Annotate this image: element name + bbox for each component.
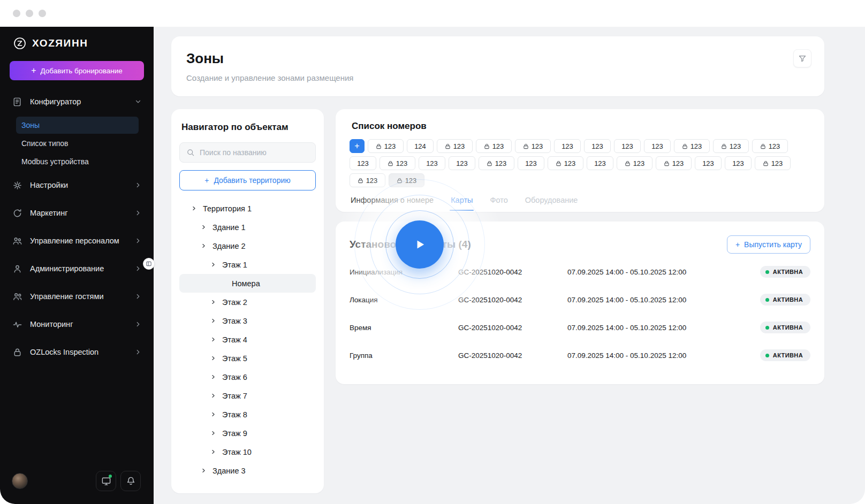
tree-item[interactable]: Этаж 2	[179, 293, 316, 311]
lock-icon	[388, 161, 393, 166]
room-chip[interactable]: 123	[584, 139, 611, 153]
room-chip[interactable]: 123	[713, 139, 749, 153]
add-territory-button[interactable]: + Добавить территорию	[179, 170, 316, 190]
tree-item[interactable]: Этаж 5	[179, 349, 316, 368]
tree-item[interactable]: Этаж 6	[179, 368, 316, 386]
search-field	[179, 142, 316, 163]
room-tab[interactable]: Информация о номере	[350, 196, 435, 211]
room-chip[interactable]: 123	[389, 173, 424, 187]
devices-button[interactable]	[96, 471, 116, 491]
room-chip[interactable]: 123	[350, 173, 385, 187]
sidebar-item[interactable]: Настройки	[0, 171, 154, 199]
collapse-sidebar-icon	[146, 261, 152, 267]
add-booking-button[interactable]: + Добавить бронирование	[10, 61, 144, 80]
room-chip-label: 123	[492, 142, 504, 150]
monitoring-icon	[12, 319, 22, 330]
guests-icon	[12, 291, 22, 302]
room-tab[interactable]: Карты	[450, 196, 474, 211]
status-badge: АКТИВНА	[760, 322, 810, 333]
chevron-right-icon	[134, 265, 142, 272]
tree-item-label: Территория 1	[203, 204, 252, 213]
sidebar-subitem[interactable]: Список типов	[16, 135, 139, 152]
tree-item[interactable]: Здание 1	[179, 218, 316, 236]
object-tree: Территория 1 Здание 1	[179, 199, 316, 480]
play-button[interactable]	[396, 220, 444, 269]
room-chip[interactable]: 123	[587, 156, 613, 170]
room-chip[interactable]: 123	[752, 139, 788, 153]
room-chip[interactable]: 123	[476, 139, 512, 153]
lock-icon	[376, 143, 382, 149]
room-chip[interactable]: 123	[755, 156, 791, 170]
status-dot-icon	[765, 270, 769, 274]
sidebar-item-configurator[interactable]: Конфигуратор	[0, 88, 154, 116]
room-chip[interactable]: 123	[518, 156, 544, 170]
sidebar-item[interactable]: OZLocks Inspection	[0, 338, 154, 366]
room-tab[interactable]: Фото	[489, 196, 509, 211]
window-control-close[interactable]	[13, 10, 20, 17]
room-chip[interactable]: 123	[368, 139, 404, 153]
room-chip[interactable]: 123	[644, 139, 671, 153]
page-subtitle: Создание и управление зонами размещения	[186, 73, 809, 82]
room-chip[interactable]: 123	[695, 156, 722, 170]
add-room-chip[interactable]: +	[350, 139, 365, 153]
tree-item[interactable]: Номера	[179, 274, 316, 293]
sidebar-subitem[interactable]: Modbus устройства	[16, 153, 139, 170]
tree-item[interactable]: Здание 3	[179, 461, 316, 480]
room-chip-label: 123	[732, 159, 744, 167]
room-chip[interactable]: 123	[437, 139, 473, 153]
search-input[interactable]	[200, 148, 309, 157]
room-chip[interactable]: 123	[479, 156, 514, 170]
room-chip[interactable]: 123	[725, 156, 752, 170]
room-chip[interactable]: 123	[674, 139, 710, 153]
room-chip[interactable]: 123	[515, 139, 551, 153]
room-chip[interactable]: 123	[380, 156, 415, 170]
tree-item[interactable]: Этаж 1	[179, 255, 316, 274]
room-chip[interactable]: 124	[407, 139, 434, 153]
sidebar-item[interactable]: Маркетинг	[0, 199, 154, 227]
navigator-title: Навигатор по объектам	[179, 122, 316, 133]
room-tab[interactable]: Оборудование	[524, 196, 579, 211]
tree-item[interactable]: Этаж 3	[179, 311, 316, 330]
tree-item[interactable]: Этаж 7	[179, 386, 316, 405]
tree-item[interactable]: Здание 2	[179, 236, 316, 255]
room-chip[interactable]: 123	[350, 156, 376, 170]
room-chip[interactable]: 123	[419, 156, 445, 170]
notifications-button[interactable]	[120, 471, 141, 491]
issue-card-button[interactable]: + Выпустить карту	[727, 235, 810, 254]
sidebar-collapse-button[interactable]	[143, 258, 155, 270]
chevron-right-icon	[134, 293, 142, 300]
room-chip[interactable]: 123	[656, 156, 692, 170]
tree-item-label: Этаж 6	[222, 373, 247, 381]
tree-item[interactable]: Этаж 10	[179, 442, 316, 461]
room-chip[interactable]: 123	[614, 139, 641, 153]
filter-button[interactable]	[793, 49, 811, 67]
sidebar-item-label: Настройки	[30, 181, 127, 189]
sidebar-subitem[interactable]: Зоны	[16, 117, 139, 134]
tree-item[interactable]: Этаж 9	[179, 424, 316, 442]
room-chip[interactable]: 123	[617, 156, 652, 170]
room-chip[interactable]: 123	[548, 156, 583, 170]
chevron-right-icon	[191, 205, 198, 211]
room-chip[interactable]: 123	[449, 156, 475, 170]
sidebar-item[interactable]: Управление гостями	[0, 282, 154, 310]
sidebar-item[interactable]: Мониторинг	[0, 310, 154, 338]
card-type: Группа	[350, 352, 458, 360]
tree-item[interactable]: Территория 1	[179, 199, 316, 218]
tree-item-label: Этаж 9	[222, 429, 247, 438]
room-chip-label: 123	[396, 159, 408, 167]
tree-item[interactable]: Этаж 4	[179, 330, 316, 349]
sidebar-item[interactable]: Управление персоналом	[0, 227, 154, 255]
room-chip[interactable]: 123	[554, 139, 581, 153]
room-chip-label: 123	[532, 142, 543, 150]
sidebar-item[interactable]: Администрирование	[0, 255, 154, 282]
user-avatar[interactable]	[12, 473, 28, 489]
content-row: Навигатор по объектам + Добавить террито…	[171, 109, 824, 493]
window-control-zoom[interactable]	[39, 10, 46, 17]
window-control-minimize[interactable]	[26, 10, 33, 17]
tree-item[interactable]: Этаж 8	[179, 405, 316, 424]
chevron-right-icon	[201, 243, 207, 249]
gear-icon	[12, 180, 22, 190]
chevron-right-icon	[210, 411, 217, 417]
room-chip-label: 123	[730, 142, 741, 150]
sidebar-menu: Конфигуратор Зоны Список типов Modbus ус…	[0, 88, 154, 366]
